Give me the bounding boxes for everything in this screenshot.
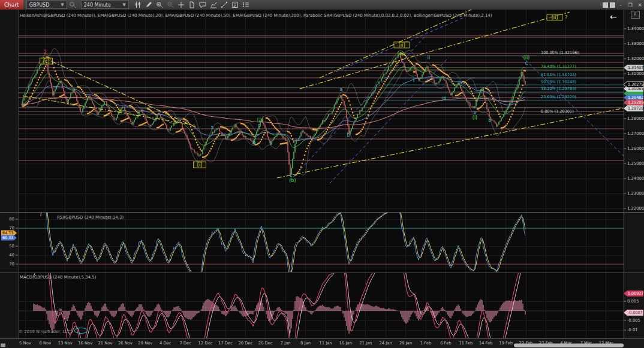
zoom-in-icon[interactable] [155, 1, 165, 9]
rsi-value-marker-text: 64.73 [2, 231, 13, 235]
wave-annotation: (b) [289, 178, 296, 183]
date-label: 24 Jan [380, 341, 392, 346]
chart-window: Chart GBPUSD ▼ 240 Minute ▼ – ❐ ✕ 100.00… [0, 0, 644, 348]
rsi-label: RSI(GBPUSD (240 Minute),14,3) [57, 215, 124, 220]
copyright-label: © 2019 NinjaTrader, LLC [19, 329, 70, 334]
date-label: 6 Feb [440, 341, 452, 346]
price-axis-tick: 1.22000 [627, 206, 644, 211]
close-button[interactable]: ✕ [636, 2, 644, 8]
date-label: 13 Nov [58, 341, 73, 346]
rsi-axis-tick: 50 [9, 244, 14, 249]
date-label: 21 Nov [98, 341, 113, 346]
chevron-down-icon: ▼ [61, 2, 64, 7]
price-axis-tick: 1.26000 [627, 146, 644, 151]
instrument-selector[interactable]: GBPUSD ▼ [26, 1, 67, 9]
wave-annotation: b [252, 140, 255, 146]
chart-menu-button[interactable]: Chart [0, 0, 23, 10]
search-icon[interactable] [68, 1, 78, 9]
macd-label: MACD(GBPUSD (240 Minute),5,34,5) [20, 275, 97, 280]
fib-label: 23.60% (1.29229) [541, 95, 576, 99]
scrollbar-thumb[interactable] [514, 344, 624, 348]
scrollbar-left-cap[interactable] [1, 344, 5, 347]
wave-annotation: [ii] [552, 15, 558, 20]
price-axis-tick: 1.28000 [627, 116, 644, 121]
wave-annotation: [c] [43, 59, 50, 64]
data-series-icon[interactable] [187, 1, 197, 9]
alerts-icon[interactable] [198, 1, 208, 9]
date-label: 11 Jan [319, 341, 332, 346]
watchlist-icon[interactable] [241, 1, 251, 9]
price-axis-tick: 1.24000 [627, 176, 644, 181]
workspace-icon[interactable] [603, 2, 608, 8]
date-label: 16 Nov [78, 341, 92, 346]
interval-selector[interactable]: 240 Minute ▼ [81, 1, 129, 9]
back-arrow-icon[interactable]: ← [610, 12, 617, 22]
chevron-down-icon: ▼ [122, 2, 125, 7]
date-label: 21 Jan [359, 341, 372, 346]
date-label: 14 Feb [479, 341, 493, 346]
wave-annotation: [ii] [399, 43, 405, 48]
price-marker-text: 1.29209 [628, 100, 643, 105]
date-label: 8 Jan [300, 341, 311, 346]
layout-icon[interactable] [610, 2, 615, 8]
indicators-icon[interactable] [209, 1, 219, 9]
wave-annotation: c [290, 173, 292, 178]
maximize-button[interactable]: ❐ [626, 2, 634, 8]
date-label: 17 Dec [218, 341, 233, 346]
chart-canvas[interactable]: 100.00% (1.32196)76.40% (1.31277)61.80% … [0, 10, 644, 348]
wave-annotation: i [413, 78, 414, 83]
price-marker-text: 1.30275 [628, 82, 643, 87]
date-label: 26 Nov [118, 341, 133, 346]
trendline-icon[interactable] [219, 1, 230, 9]
instrument-value: GBPUSD [29, 2, 50, 8]
wave-annotation: v [474, 110, 477, 115]
date-label: 2 Jan [281, 341, 291, 346]
macd-axis-tick: 0.005 [627, 299, 639, 304]
date-label: 11 Feb [459, 341, 473, 346]
date-label: 7 Dec [179, 341, 191, 346]
wave-annotation: c [258, 123, 260, 128]
rsi-axis-tick: 40 [9, 253, 14, 258]
date-label: 4 Dec [160, 341, 171, 346]
fib-label: 0.00% (1.28301) [541, 109, 574, 114]
rsi-axis-tick: 30 [9, 262, 14, 267]
drawing-tools-icon[interactable] [144, 1, 154, 9]
wave-annotation: ? [565, 15, 567, 20]
zoom-out-icon[interactable] [165, 1, 176, 9]
indicator-label: HeikenAshi8(GBPUSD (240 Minute)), EMA(GB… [20, 13, 492, 18]
rsi-axis-tick: 80 [9, 217, 14, 222]
price-marker-text: 1.28728 [628, 106, 643, 111]
minimize-button[interactable]: – [616, 2, 625, 8]
price-axis-tick: 1.33000 [627, 41, 644, 46]
price-axis-tick: 1.23000 [627, 191, 644, 196]
crosshair-icon[interactable] [176, 1, 186, 9]
wave-annotation: (i) [473, 115, 477, 120]
date-label: 12 Dec [198, 341, 213, 346]
wave-annotation: b [488, 118, 491, 123]
wave-annotation: iv [459, 80, 463, 85]
toolbar [133, 1, 251, 9]
fib-label: 38.20% (1.29789) [541, 86, 576, 91]
macd-axis-tick: -0.005 [627, 318, 640, 323]
fib-label: 100.00% (1.32196) [541, 50, 579, 55]
rsi-value-marker-text: 60.33 [2, 235, 13, 240]
bar-type-icon[interactable] [133, 1, 143, 9]
date-label: 8 Nov [40, 341, 52, 346]
date-label: 29 Jan [399, 341, 412, 346]
wave-annotation: (ii) [523, 55, 530, 60]
date-label: 1 Feb [420, 341, 432, 346]
wave-annotation: a [482, 86, 484, 92]
focus-box[interactable]: F [631, 11, 640, 19]
properties-icon[interactable] [230, 1, 240, 9]
fib-label: 61.80% (1.30708) [541, 72, 576, 77]
macd-value-marker-text: -0.0007 [628, 310, 643, 315]
wave-annotation: iii [443, 96, 447, 101]
price-axis-tick: 1.25000 [627, 161, 644, 166]
wave-annotation: (a) [257, 117, 263, 123]
price-axis-tick: 1.27000 [627, 131, 644, 136]
price-axis-tick: 1.32000 [627, 56, 644, 61]
titlebar: Chart GBPUSD ▼ 240 Minute ▼ – ❐ ✕ [0, 0, 644, 10]
wave-annotation: ii [428, 55, 430, 60]
price-marker-text: 1.31407 [628, 65, 643, 70]
interval-value: 240 Minute [84, 2, 111, 8]
